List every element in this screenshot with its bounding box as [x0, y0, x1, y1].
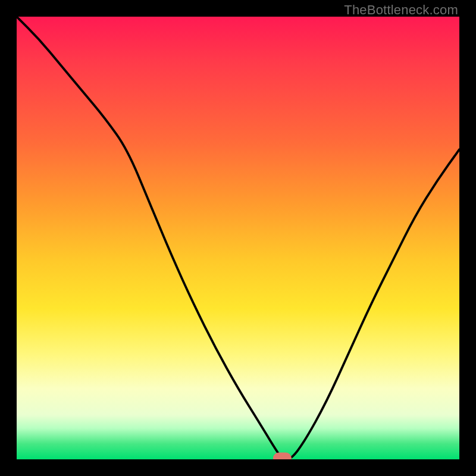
plot-area: [17, 17, 459, 459]
watermark-text: TheBottleneck.com: [344, 2, 458, 18]
optimum-marker: [273, 453, 291, 459]
curve-svg: [17, 17, 459, 459]
bottleneck-curve: [17, 17, 459, 459]
chart-frame: TheBottleneck.com: [0, 0, 476, 476]
